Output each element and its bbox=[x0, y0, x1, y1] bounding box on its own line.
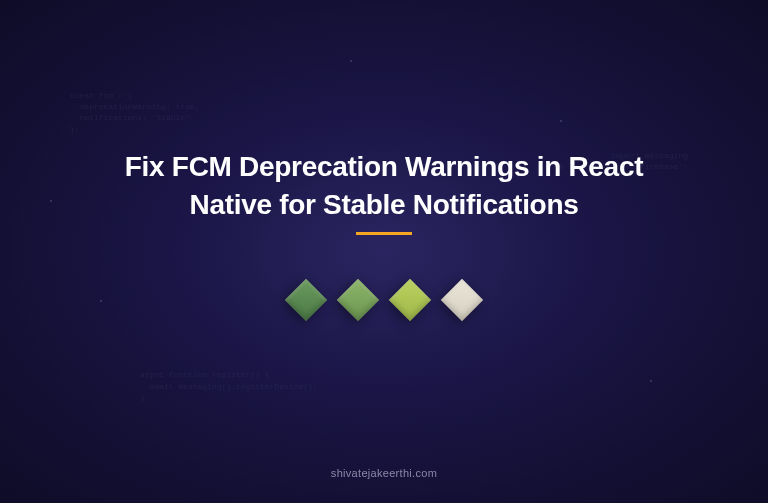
hero-container: const fcm = { deprecationWarning: true, … bbox=[0, 0, 768, 503]
decorative-code-text: import messaging from '@react-native-fir… bbox=[534, 150, 688, 172]
diamond-icon bbox=[389, 279, 431, 321]
decorative-dot bbox=[560, 120, 562, 122]
decorative-dot bbox=[100, 300, 102, 302]
title-underline bbox=[356, 232, 412, 235]
decorative-code-text: async function register() { await messag… bbox=[140, 369, 318, 403]
diamond-row bbox=[291, 285, 477, 315]
decorative-dot bbox=[650, 380, 652, 382]
diamond-icon bbox=[285, 279, 327, 321]
decorative-dot bbox=[350, 60, 352, 62]
diamond-icon bbox=[441, 279, 483, 321]
diamond-icon bbox=[337, 279, 379, 321]
decorative-code-text: const fcm = { deprecationWarning: true, … bbox=[70, 90, 200, 135]
footer-url: shivatejakeerthi.com bbox=[331, 467, 437, 479]
decorative-dot bbox=[50, 200, 52, 202]
